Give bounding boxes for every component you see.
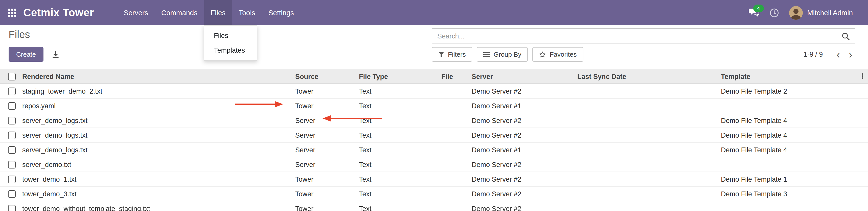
- row-checkbox[interactable]: [8, 87, 16, 95]
- cell-source[interactable]: Tower: [295, 186, 359, 201]
- cell-last-sync-date[interactable]: [577, 172, 721, 186]
- table-row[interactable]: staging_tower_demo_2.txt Tower Text Demo…: [0, 84, 868, 98]
- cell-server[interactable]: Demo Server #2: [472, 84, 577, 98]
- cell-rendered-name[interactable]: tower_demo_3.txt: [22, 186, 295, 201]
- cell-source[interactable]: Tower: [295, 201, 359, 211]
- cell-source[interactable]: Server: [295, 128, 359, 143]
- cell-source[interactable]: Server: [295, 143, 359, 157]
- cell-rendered-name[interactable]: repos.yaml: [22, 98, 295, 113]
- cell-file-type[interactable]: Text: [359, 113, 441, 128]
- pager-previous-button[interactable]: ‹: [832, 49, 844, 59]
- header-file-type[interactable]: File Type: [359, 69, 441, 84]
- cell-checkbox[interactable]: [0, 172, 22, 186]
- cell-last-sync-date[interactable]: [577, 201, 721, 211]
- cell-file[interactable]: [441, 172, 472, 186]
- cell-rendered-name[interactable]: server_demo_logs.txt: [22, 113, 295, 128]
- cell-source[interactable]: Server: [295, 113, 359, 128]
- cell-checkbox[interactable]: [0, 186, 22, 201]
- search-input[interactable]: [432, 32, 842, 40]
- cell-file[interactable]: [441, 186, 472, 201]
- cell-file[interactable]: [441, 84, 472, 98]
- cell-file-type[interactable]: Text: [359, 128, 441, 143]
- table-row[interactable]: tower_demo_1.txt Tower Text Demo Server …: [0, 172, 868, 186]
- cell-file-type[interactable]: Text: [359, 84, 441, 98]
- row-checkbox[interactable]: [8, 161, 16, 168]
- table-row[interactable]: server_demo.txt Server Text Demo Server …: [0, 157, 868, 172]
- cell-file[interactable]: [441, 143, 472, 157]
- menu-tools[interactable]: Tools: [232, 0, 261, 25]
- table-row[interactable]: tower_demo_without_template_staging.txt …: [0, 201, 868, 211]
- cell-source[interactable]: Tower: [295, 84, 359, 98]
- search-icon[interactable]: [842, 32, 855, 40]
- cell-server[interactable]: Demo Server #2: [472, 113, 577, 128]
- header-source[interactable]: Source: [295, 69, 359, 84]
- user-menu[interactable]: Mitchell Admin: [789, 6, 853, 20]
- cell-template[interactable]: [721, 157, 868, 172]
- cell-template[interactable]: Demo File Template 2: [721, 84, 868, 98]
- cell-rendered-name[interactable]: server_demo_logs.txt: [22, 143, 295, 157]
- messages-button[interactable]: 4: [748, 8, 759, 17]
- row-checkbox[interactable]: [8, 205, 16, 211]
- cell-server[interactable]: Demo Server #1: [472, 98, 577, 113]
- favorites-button[interactable]: Favorites: [533, 47, 583, 62]
- apps-menu-button[interactable]: [0, 0, 23, 25]
- table-row[interactable]: server_demo_logs.txt Server Text Demo Se…: [0, 143, 868, 157]
- cell-template[interactable]: [721, 98, 868, 113]
- cell-server[interactable]: Demo Server #1: [472, 143, 577, 157]
- cell-checkbox[interactable]: [0, 143, 22, 157]
- header-select-all[interactable]: [0, 69, 22, 84]
- cell-checkbox[interactable]: [0, 201, 22, 211]
- cell-server[interactable]: Demo Server #2: [472, 157, 577, 172]
- row-checkbox[interactable]: [8, 117, 16, 124]
- cell-server[interactable]: Demo Server #2: [472, 201, 577, 211]
- cell-source[interactable]: Tower: [295, 98, 359, 113]
- brand-title[interactable]: Cetmix Tower: [23, 7, 94, 19]
- cell-last-sync-date[interactable]: [577, 98, 721, 113]
- create-button[interactable]: Create: [9, 47, 43, 62]
- cell-checkbox[interactable]: [0, 157, 22, 172]
- cell-file[interactable]: [441, 201, 472, 211]
- cell-checkbox[interactable]: [0, 128, 22, 143]
- cell-last-sync-date[interactable]: [577, 186, 721, 201]
- cell-template[interactable]: Demo File Template 4: [721, 128, 868, 143]
- cell-source[interactable]: Server: [295, 157, 359, 172]
- header-server[interactable]: Server: [472, 69, 577, 84]
- header-last-sync-date[interactable]: Last Sync Date: [577, 69, 721, 84]
- menu-servers[interactable]: Servers: [117, 0, 155, 25]
- header-rendered-name[interactable]: Rendered Name: [22, 69, 295, 84]
- filters-button[interactable]: Filters: [432, 47, 472, 62]
- row-checkbox[interactable]: [8, 175, 16, 183]
- cell-template[interactable]: Demo File Template 3: [721, 186, 868, 201]
- cell-file-type[interactable]: Text: [359, 143, 441, 157]
- cell-rendered-name[interactable]: staging_tower_demo_2.txt: [22, 84, 295, 98]
- optional-columns-toggle[interactable]: ⋮: [857, 69, 868, 83]
- cell-file-type[interactable]: Text: [359, 172, 441, 186]
- cell-template[interactable]: [721, 201, 868, 211]
- menu-settings[interactable]: Settings: [262, 0, 301, 25]
- cell-server[interactable]: Demo Server #2: [472, 172, 577, 186]
- dropdown-item-templates[interactable]: Templates: [204, 43, 257, 58]
- dropdown-item-files[interactable]: Files: [204, 28, 257, 43]
- cell-file[interactable]: [441, 128, 472, 143]
- menu-commands[interactable]: Commands: [155, 0, 204, 25]
- pager-next-button[interactable]: ›: [844, 49, 857, 59]
- row-checkbox[interactable]: [8, 102, 16, 110]
- cell-last-sync-date[interactable]: [577, 157, 721, 172]
- table-row[interactable]: repos.yaml Tower Text Demo Server #1: [0, 98, 868, 113]
- cell-last-sync-date[interactable]: [577, 84, 721, 98]
- cell-checkbox[interactable]: [0, 98, 22, 113]
- cell-server[interactable]: Demo Server #2: [472, 186, 577, 201]
- group-by-button[interactable]: Group By: [477, 47, 528, 62]
- cell-server[interactable]: Demo Server #2: [472, 128, 577, 143]
- cell-file-type[interactable]: Text: [359, 201, 441, 211]
- menu-files[interactable]: Files: [204, 0, 232, 25]
- table-row[interactable]: server_demo_logs.txt Server Text Demo Se…: [0, 113, 868, 128]
- cell-rendered-name[interactable]: tower_demo_without_template_staging.txt: [22, 201, 295, 211]
- cell-checkbox[interactable]: [0, 113, 22, 128]
- activities-button[interactable]: [769, 8, 779, 18]
- cell-template[interactable]: Demo File Template 4: [721, 113, 868, 128]
- cell-template[interactable]: Demo File Template 4: [721, 143, 868, 157]
- cell-file-type[interactable]: Text: [359, 186, 441, 201]
- table-row[interactable]: tower_demo_3.txt Tower Text Demo Server …: [0, 186, 868, 201]
- cell-template[interactable]: Demo File Template 1: [721, 172, 868, 186]
